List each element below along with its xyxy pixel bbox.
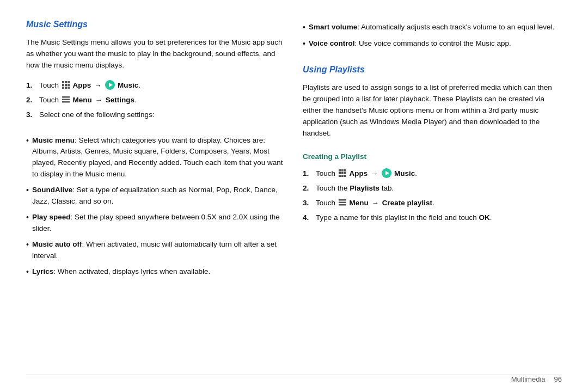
svg-rect-20 xyxy=(339,175,341,177)
svg-rect-5 xyxy=(68,84,70,86)
svg-rect-18 xyxy=(341,172,344,174)
music-icon-right-step1 xyxy=(382,168,391,178)
menu-icon-step2 xyxy=(62,95,70,104)
music-settings-title: Music Settings xyxy=(26,20,285,29)
svg-rect-8 xyxy=(68,87,70,89)
menu-icon-right-step3 xyxy=(338,198,347,207)
svg-rect-12 xyxy=(62,99,70,101)
svg-rect-4 xyxy=(65,84,67,86)
left-step-3: 3. Select one of the following settings: xyxy=(26,109,285,121)
svg-rect-22 xyxy=(344,175,346,177)
svg-rect-15 xyxy=(341,169,344,171)
using-playlists-intro: Playlists are used to assign songs to a … xyxy=(303,82,562,139)
left-step-2: 2. Touch Menu → Settings. xyxy=(26,95,285,106)
svg-rect-1 xyxy=(65,81,67,83)
apps-icon-right xyxy=(338,169,347,177)
left-steps: 1. Touch xyxy=(26,80,285,124)
right-step-4: 4. Type a name for this playlist in the … xyxy=(303,212,562,224)
left-step-1: 1. Touch xyxy=(26,80,285,91)
svg-rect-0 xyxy=(62,81,64,83)
footer-label: Multimedia xyxy=(511,375,546,383)
right-column: Smart volume: Automatically adjusts each… xyxy=(303,20,562,362)
music-settings-intro: The Music Settings menu allows you to se… xyxy=(26,37,285,71)
using-playlists-title: Using Playlists xyxy=(303,65,562,75)
bullet-smart-volume: Smart volume: Automatically adjusts each… xyxy=(303,22,562,34)
footer-page: 96 xyxy=(554,375,562,383)
bullet-voice-control: Voice control: Use voice commands to con… xyxy=(303,38,562,50)
music-icon-step1 xyxy=(105,80,115,90)
svg-rect-2 xyxy=(68,81,70,83)
svg-rect-13 xyxy=(62,101,70,103)
right-steps: 1. Touch xyxy=(303,168,562,227)
creating-playlist-subtitle: Creating a Playlist xyxy=(303,152,562,161)
right-bullets-top: Smart volume: Automatically adjusts each… xyxy=(303,22,562,54)
bullet-soundalive: SoundAlive: Set a type of equalization s… xyxy=(26,185,285,207)
svg-rect-27 xyxy=(339,204,346,206)
svg-rect-14 xyxy=(339,169,341,171)
footer: Multimedia 96 xyxy=(0,375,588,392)
svg-rect-19 xyxy=(344,172,346,174)
svg-rect-16 xyxy=(344,169,346,171)
right-step-2: 2. Touch the Playlists tab. xyxy=(303,183,562,194)
svg-rect-3 xyxy=(62,84,64,86)
bullet-music-auto-off: Music auto off: When activated, music wi… xyxy=(26,239,285,262)
left-column: Music Settings The Music Settings menu a… xyxy=(26,20,285,362)
right-step-3: 3. Touch Menu → Create playlist. xyxy=(303,198,562,209)
right-step-1: 1. Touch xyxy=(303,168,562,180)
svg-rect-26 xyxy=(339,202,346,204)
bullet-lyrics: Lyrics: When activated, displays lyrics … xyxy=(26,266,285,278)
bullet-music-menu: Music menu: Select which categories you … xyxy=(26,135,285,181)
svg-rect-6 xyxy=(62,87,64,89)
svg-rect-17 xyxy=(339,172,341,174)
left-bullets: Music menu: Select which categories you … xyxy=(26,135,285,283)
apps-icon xyxy=(62,81,70,89)
svg-rect-11 xyxy=(62,96,70,98)
bullet-play-speed: Play speed: Set the play speed anywhere … xyxy=(26,212,285,235)
svg-rect-7 xyxy=(65,87,67,89)
svg-rect-25 xyxy=(339,199,346,201)
svg-rect-21 xyxy=(341,175,344,177)
